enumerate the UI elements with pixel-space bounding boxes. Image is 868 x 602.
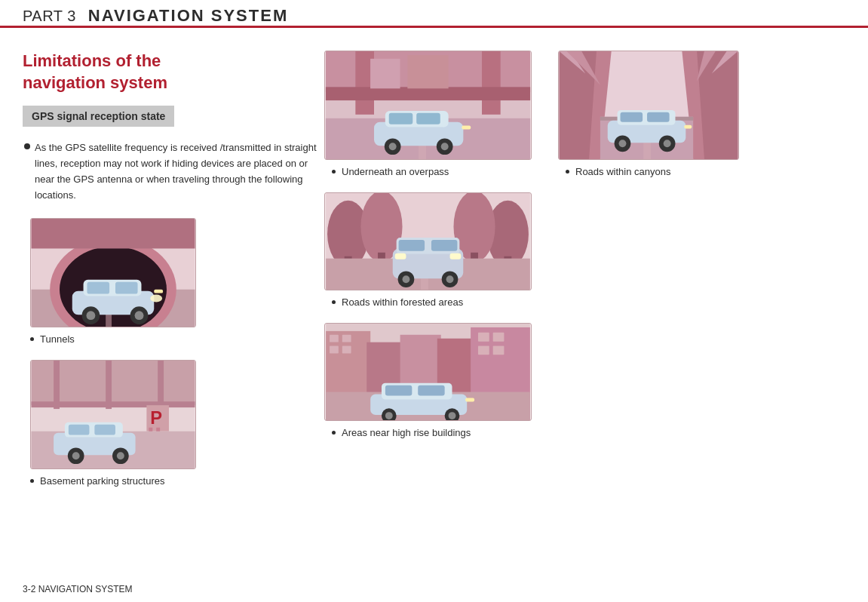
svg-rect-112: [621, 112, 643, 122]
overpass-image: [324, 51, 532, 160]
svg-rect-19: [54, 361, 60, 409]
svg-point-71: [446, 275, 454, 283]
gps-badge-text: GPS signal reception state: [32, 110, 165, 122]
left-column: Limitations of the navigation system GPS…: [23, 51, 317, 502]
svg-rect-20: [106, 361, 112, 409]
bullet-small-icon5: [332, 431, 336, 435]
svg-rect-52: [462, 126, 471, 130]
highrise-caption: Areas near high rise buildings: [332, 427, 543, 438]
svg-rect-85: [493, 333, 505, 342]
svg-rect-84: [478, 333, 489, 342]
bullet-small-icon3: [332, 170, 336, 174]
svg-rect-113: [647, 112, 670, 122]
svg-rect-91: [385, 385, 412, 396]
svg-rect-15: [154, 290, 163, 293]
svg-rect-30: [94, 425, 115, 435]
svg-point-49: [389, 143, 397, 150]
bullet-small-icon6: [566, 170, 569, 174]
svg-point-51: [441, 143, 449, 150]
tunnel-image: [30, 218, 196, 327]
canyon-image: [558, 51, 739, 160]
svg-rect-47: [416, 113, 440, 124]
footer-text: 3-2 NAVIGATION SYSTEM: [23, 584, 133, 594]
svg-rect-86: [478, 346, 489, 355]
page-header: PART 3 NAVIGATION SYSTEM: [0, 0, 868, 28]
svg-rect-46: [389, 113, 413, 124]
canyons-caption: Roads within canyons: [566, 166, 845, 177]
right-column: Roads within canyons: [543, 51, 845, 502]
svg-rect-21: [158, 361, 164, 409]
svg-rect-29: [69, 425, 90, 435]
svg-rect-81: [342, 335, 351, 342]
svg-rect-8: [87, 282, 109, 294]
gps-badge: GPS signal reception state: [23, 106, 174, 127]
svg-text:P: P: [150, 408, 162, 428]
svg-point-94: [385, 412, 393, 419]
svg-point-115: [619, 140, 627, 147]
main-content: Limitations of the navigation system GPS…: [0, 28, 868, 502]
svg-rect-92: [418, 385, 444, 396]
svg-rect-9: [115, 282, 138, 294]
svg-rect-67: [431, 240, 457, 251]
svg-rect-72: [395, 253, 406, 260]
svg-point-14: [150, 295, 162, 303]
tunnel-caption: Tunnels: [30, 333, 317, 345]
overpass-caption: Underneath an overpass: [332, 166, 543, 177]
svg-rect-118: [684, 125, 692, 129]
page-title: NAVIGATION SYSTEM: [88, 6, 288, 26]
bullet-small-icon: [30, 337, 34, 341]
bullet-icon: [24, 143, 30, 149]
svg-point-32: [72, 453, 80, 460]
svg-rect-38: [482, 51, 501, 115]
svg-point-13: [135, 312, 144, 321]
section-title: Limitations of the navigation system: [23, 51, 317, 94]
middle-column: Underneath an overpass: [317, 51, 543, 502]
highrise-image: [324, 323, 532, 421]
svg-rect-66: [399, 240, 425, 251]
svg-rect-73: [450, 253, 462, 260]
svg-rect-43: [407, 55, 448, 88]
svg-point-11: [86, 312, 95, 321]
svg-rect-82: [330, 346, 339, 354]
svg-rect-39: [326, 87, 530, 100]
svg-point-69: [403, 275, 410, 283]
basement-image: P: [30, 360, 196, 469]
svg-rect-42: [370, 59, 400, 88]
svg-rect-97: [465, 398, 474, 401]
svg-point-96: [449, 412, 456, 419]
description-text: As the GPS satellite frequency is receiv…: [23, 140, 317, 203]
forested-caption: Roads within forested areas: [332, 296, 543, 308]
svg-rect-87: [493, 346, 505, 355]
part-label: PART 3: [23, 8, 76, 25]
svg-rect-80: [330, 335, 339, 342]
forested-image: [324, 192, 532, 290]
bullet-small-icon4: [332, 300, 336, 304]
svg-rect-83: [342, 346, 351, 354]
basement-caption: Basement parking structures: [30, 475, 317, 487]
svg-rect-4: [32, 219, 195, 248]
svg-point-34: [117, 453, 124, 460]
page-footer: 3-2 NAVIGATION SYSTEM: [23, 584, 133, 594]
svg-point-117: [664, 140, 671, 147]
bullet-small-icon2: [30, 479, 34, 483]
